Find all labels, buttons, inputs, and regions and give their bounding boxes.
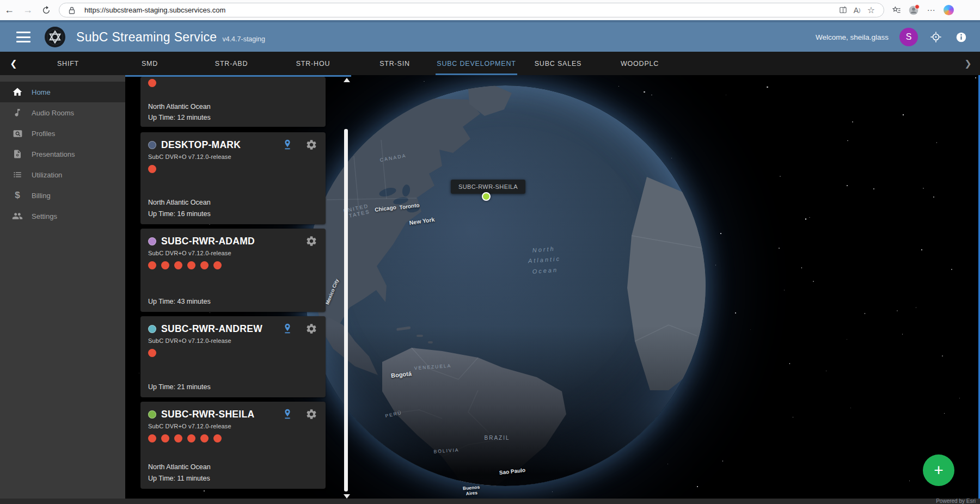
star <box>780 176 781 177</box>
star <box>909 481 910 481</box>
device-panel: North Atlantic OceanUp Time: 12 minutesD… <box>125 75 351 499</box>
address-bar[interactable]: A) ☆ <box>59 3 884 17</box>
add-button[interactable]: + <box>923 454 954 486</box>
star <box>801 267 803 268</box>
sidebar-item-utilization[interactable]: Utilization <box>0 164 125 185</box>
scrollbar-down-arrow[interactable] <box>344 494 350 499</box>
document-icon <box>11 147 24 161</box>
browser-chrome: ← → A) ☆ ⋯ <box>0 0 980 20</box>
pin-drop-icon[interactable] <box>281 138 294 151</box>
tab-str-hou[interactable]: STR-HOU <box>272 52 354 75</box>
device-uptime: Up Time: 12 minutes <box>148 114 211 121</box>
forward-icon[interactable]: → <box>19 2 37 19</box>
browser-profile-icon[interactable] <box>906 3 921 17</box>
refresh-icon[interactable] <box>37 2 56 19</box>
device-card-partial[interactable]: North Atlantic OceanUp Time: 12 minutes <box>140 77 326 127</box>
star <box>936 142 937 143</box>
sidebar-item-home[interactable]: Home <box>0 82 125 102</box>
device-alert-dots <box>140 256 326 269</box>
sidebar-item-presentations[interactable]: Presentations <box>0 144 125 164</box>
sidebar-item-audio-rooms[interactable]: Audio Rooms <box>0 102 125 123</box>
tab-shift[interactable]: SHIFT <box>27 52 109 75</box>
collections-icon[interactable] <box>889 3 904 17</box>
star <box>933 196 934 198</box>
locate-icon[interactable] <box>929 30 943 44</box>
scrollbar-up-arrow[interactable] <box>344 78 350 82</box>
device-alert-dots <box>140 344 326 357</box>
tab-woodplc[interactable]: WOODPLC <box>599 52 681 75</box>
pageview-icon <box>11 127 24 140</box>
more-options-icon[interactable]: ⋯ <box>923 3 939 17</box>
people-icon <box>11 210 24 223</box>
star <box>923 188 924 189</box>
browser-toolbar: ⋯ <box>889 3 956 17</box>
tab-str-sin[interactable]: STR-SIN <box>354 52 436 75</box>
tabs-scroll-right-icon[interactable]: ❯ <box>956 52 980 75</box>
split-screen-icon[interactable] <box>836 4 850 16</box>
star <box>552 491 553 492</box>
pin-drop-icon[interactable] <box>281 322 294 335</box>
sidebar-item-label: Home <box>32 88 51 96</box>
back-icon[interactable]: ← <box>0 2 19 19</box>
star <box>897 310 898 311</box>
star <box>644 91 645 93</box>
device-card-actions <box>281 138 318 151</box>
device-card-desktop-mark[interactable]: DESKTOP-MARKSubC DVR+O v7.12.0-releaseNo… <box>140 132 326 224</box>
sidebar-item-settings[interactable]: Settings <box>0 206 125 226</box>
star <box>618 86 619 87</box>
aperture-logo <box>45 27 65 47</box>
star <box>779 248 780 249</box>
pin-drop-icon[interactable] <box>281 408 294 421</box>
device-location: North Atlantic Ocean <box>148 463 211 471</box>
company-tabbar: ❮ SHIFTSMDSTR-ABDSTR-HOUSTR-SINSUBC DEVE… <box>0 52 980 75</box>
globe[interactable] <box>305 85 706 486</box>
alert-dot <box>148 349 156 357</box>
url-input[interactable] <box>83 5 836 15</box>
device-subtitle: SubC DVR+O v7.12.0-release <box>140 151 326 160</box>
info-icon[interactable] <box>954 30 968 44</box>
star <box>902 334 903 335</box>
star <box>726 95 726 95</box>
settings-gear-icon[interactable] <box>305 408 318 421</box>
star <box>697 486 698 487</box>
settings-gear-icon[interactable] <box>305 322 318 335</box>
tab-subc-development[interactable]: SUBC DEVELOPMENT <box>436 52 517 75</box>
tab-subc-sales[interactable]: SUBC SALES <box>517 52 599 75</box>
star <box>847 140 848 141</box>
sidebar-item-profiles[interactable]: Profiles <box>0 123 125 144</box>
tab-smd[interactable]: SMD <box>109 52 191 75</box>
copilot-icon[interactable] <box>941 3 956 17</box>
tabs-scroll-left-icon[interactable]: ❮ <box>0 52 27 75</box>
favorite-star-icon[interactable]: ☆ <box>864 4 878 16</box>
map-label-buenos: Buenos Aires <box>463 484 481 497</box>
device-card-subc-rwr-sheila[interactable]: SUBC-RWR-SHEILASubC DVR+O v7.12.0-releas… <box>140 402 326 489</box>
star <box>826 371 827 372</box>
app-version: v4.4.7-staging <box>222 35 265 43</box>
device-marker[interactable] <box>482 192 491 201</box>
device-status-dot <box>148 325 156 333</box>
tab-strip: SHIFTSMDSTR-ABDSTR-HOUSTR-SINSUBC DEVELO… <box>27 52 681 75</box>
device-alert-dots <box>140 429 326 442</box>
star <box>767 87 768 88</box>
scrollbar-thumb[interactable] <box>344 129 348 491</box>
star <box>805 218 806 219</box>
alert-dot <box>213 261 222 269</box>
tab-str-abd[interactable]: STR-ABD <box>191 52 272 75</box>
settings-gear-icon[interactable] <box>305 138 318 151</box>
device-status-dot <box>148 141 156 149</box>
device-card-subc-rwr-adamd[interactable]: SUBC-RWR-ADAMDSubC DVR+O v7.12.0-release… <box>140 229 326 312</box>
star <box>813 281 814 282</box>
star <box>784 290 785 291</box>
star <box>959 398 960 399</box>
sidebar-item-billing[interactable]: $Billing <box>0 185 125 206</box>
settings-gear-icon[interactable] <box>305 235 318 248</box>
read-aloud-icon[interactable]: A) <box>850 4 864 16</box>
user-avatar[interactable]: S <box>899 28 918 46</box>
star <box>852 121 853 122</box>
device-uptime: Up Time: 43 minutes <box>148 298 211 305</box>
device-name: DESKTOP-MARK <box>161 139 241 151</box>
menu-icon[interactable] <box>16 32 30 42</box>
alert-dot <box>148 165 156 173</box>
alert-dot <box>161 434 169 442</box>
device-card-subc-rwr-andrew[interactable]: SUBC-RWR-ANDREWSubC DVR+O v7.12.0-releas… <box>140 316 326 397</box>
